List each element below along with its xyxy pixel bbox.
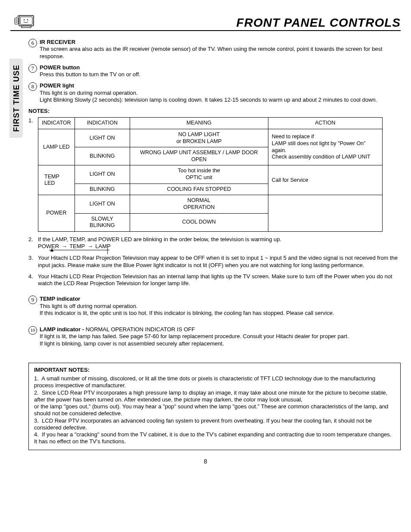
- item-temp-indicator: 9 TEMP indicator This light is off durin…: [28, 296, 401, 317]
- cell-power: POWER: [38, 195, 75, 232]
- page-number: 8: [10, 458, 401, 466]
- important-note-1: 1. A small number of missing, discolored…: [34, 375, 395, 389]
- cell-temp-action: Call for Service: [268, 165, 382, 195]
- important-note-4: 4. If you hear a "cracking" sound from t…: [34, 431, 395, 445]
- sequence-loop-arrow: ▲ │: [49, 250, 109, 250]
- notes-label: NOTES:: [28, 108, 401, 115]
- note-4-text: Your Hitachi LCD Rear Projection Televis…: [38, 273, 401, 287]
- cell: COOLING FAN STOPPED: [130, 184, 268, 195]
- cell: NO LAMP LIGHT or BROKEN LAMP: [130, 129, 268, 147]
- side-tab: FIRST TIME USE: [9, 59, 23, 138]
- th-indication: INDICATION: [75, 118, 130, 129]
- item-ir-receiver: 6 IR RECEIVER The screen area also acts …: [28, 39, 401, 60]
- item-8-title: POWER light: [40, 82, 74, 89]
- page-header: FRONT PANEL CONTROLS: [10, 12, 401, 31]
- marker-9: 9: [28, 296, 37, 304]
- cell: BLINKING: [75, 184, 130, 195]
- note-3: 3. Your Hitachi LCD Rear Projection Tele…: [28, 255, 401, 269]
- th-indicator: INDICATOR: [38, 118, 75, 129]
- cell: LIGHT ON: [75, 195, 130, 213]
- seq-temp: TEMP: [69, 243, 85, 249]
- cell-temp-led: TEMP LED: [38, 165, 75, 195]
- svg-rect-4: [22, 26, 31, 28]
- note-4: 4. Your Hitachi LCD Rear Projection Tele…: [28, 273, 401, 287]
- item-9-title: TEMP indicator: [40, 296, 80, 302]
- th-action: ACTION: [268, 118, 382, 129]
- marker-8: 8: [28, 82, 37, 91]
- item-power-light: 8 POWER light This light is on during no…: [28, 82, 401, 103]
- important-notes-box: IMPORTANT NOTES: 1. A small number of mi…: [28, 363, 401, 450]
- tick-icon: │: [106, 247, 109, 254]
- item-power-button: 7 POWER button Press this button to turn…: [28, 64, 401, 78]
- arrow-up-icon: ▲: [49, 246, 55, 253]
- note-2: 2. If the LAMP, TEMP, and POWER LED are …: [28, 236, 401, 251]
- cell: SLOWLY BLINKING: [75, 213, 130, 231]
- item-9-line1: This light is off during normal operatio…: [40, 303, 137, 309]
- cell-lamp-action: Need to replace if LAMP still does not l…: [268, 129, 382, 165]
- important-note-2: 2. Since LCD Rear PTV incorporates a hig…: [34, 389, 395, 404]
- svg-point-3: [27, 19, 28, 20]
- item-10-line2: If light is blinking, lamp cover is not …: [40, 340, 224, 347]
- note-1: 1. INDICATOR INDICATION MEANING ACTION L…: [28, 117, 401, 232]
- th-meaning: MEANING: [130, 118, 268, 129]
- marker-6: 6: [28, 39, 37, 47]
- cell-power-action: [268, 195, 382, 232]
- cell: LIGHT ON: [75, 165, 130, 184]
- item-6-title: IR RECEIVER: [40, 39, 75, 45]
- item-lamp-indicator: 10 LAMP indicator - NORMAL OPERATION IND…: [28, 326, 401, 347]
- note-3-text: Your Hitachi LCD Rear Projection Televis…: [38, 255, 401, 269]
- indicator-table: INDICATOR INDICATION MEANING ACTION LAMP…: [38, 117, 383, 232]
- seq-power: POWER: [38, 243, 59, 249]
- cell: NORMAL OPERATION: [130, 195, 268, 213]
- item-6-body: The screen area also acts as the IR rece…: [40, 46, 383, 59]
- important-note-3: 3. LCD Rear PTV incorporates an advanced…: [34, 417, 395, 432]
- note-2-text: If the LAMP, TEMP, and POWER LED are bli…: [38, 236, 281, 243]
- item-10-line1: If light is lit, the lamp has failed. Se…: [40, 333, 349, 339]
- page-title: FRONT PANEL CONTROLS: [237, 15, 401, 30]
- svg-rect-1: [20, 17, 32, 25]
- marker-10: 10: [28, 326, 37, 335]
- svg-point-2: [24, 19, 25, 20]
- arrow-icon: →: [87, 243, 93, 249]
- cell: WRONG LAMP UNIT ASSEMBLY / LAMP DOOR OPE…: [130, 147, 268, 165]
- important-note-2b: or the lamp "goes out," (burns out). You…: [34, 403, 395, 417]
- cell: BLINKING: [75, 147, 130, 165]
- svg-rect-0: [19, 16, 34, 26]
- cell: LIGHT ON: [75, 129, 130, 147]
- item-8-body: This light is on during normal operation…: [40, 90, 377, 103]
- cell: Too hot inside the OPTIC unit: [130, 165, 268, 184]
- arrow-icon: →: [62, 243, 67, 249]
- item-10-title-bold: LAMP indicator -: [40, 326, 86, 333]
- cell: COOL DOWN: [130, 213, 268, 231]
- item-7-title: POWER button: [40, 64, 80, 71]
- important-header: IMPORTANT NOTES:: [34, 367, 395, 373]
- tv-icon: [14, 12, 35, 29]
- cell-lamp-led: LAMP LED: [38, 129, 75, 165]
- item-7-body: Press this button to turn the TV on or o…: [40, 71, 140, 78]
- item-9-line2: If this indicator is lit, the optic unit…: [40, 310, 334, 316]
- marker-7: 7: [28, 64, 37, 73]
- item-10-title-rest: NORMAL OPERATION INDICATOR IS OFF: [86, 326, 195, 333]
